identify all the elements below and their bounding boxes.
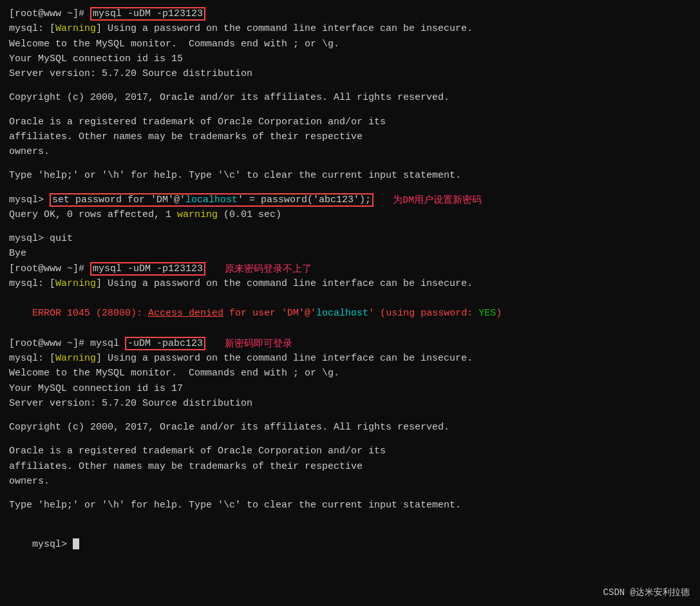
set-password-command: set password for 'DM'@'localhost' = pass… (50, 193, 374, 207)
text-4: Your MySQL connection id is 15 (9, 53, 183, 64)
line-second-login: [root@www ~]# mysql -uDM -p123123 原来密码登录… (9, 261, 691, 276)
text-copyright-2: Copyright (c) 2000, 2017, Oracle and/or … (9, 422, 449, 433)
spacer-4 (9, 184, 691, 193)
line-9: owners. (9, 144, 691, 159)
text-server-2: Server version: 5.7.20 Source distributi… (9, 398, 252, 409)
line-6: Copyright (c) 2000, 2017, Oracle and/or … (9, 90, 691, 105)
annotation-text-1: 为DM用户设置新密码 (393, 195, 482, 206)
line-set-password-text: mysql> set password for 'DM'@'localhost'… (9, 193, 374, 207)
text-oracle-2: Oracle is a registered trademark of Orac… (9, 446, 386, 457)
line-warning-2: mysql: [Warning] Using a password on the… (9, 276, 691, 291)
prompt-2: [root@www ~]# (9, 263, 90, 274)
line-10: Type 'help;' or '\h' for help. Type '\c'… (9, 168, 691, 183)
spacer-3 (9, 159, 691, 168)
text-warning-2: mysql: [Warning] Using a password on the… (9, 278, 473, 289)
access-denied: Access denied (148, 308, 223, 319)
final-prompt-text: mysql> (32, 539, 73, 550)
prompt-3: [root@www ~]# mysql (9, 338, 125, 349)
text-7: Oracle is a registered trademark of Orac… (9, 117, 386, 128)
line-final-prompt: mysql> (9, 522, 691, 567)
text-6: Copyright (c) 2000, 2017, Oracle and/or … (9, 92, 449, 103)
spacer-9 (9, 513, 691, 522)
error-end: ' (using password: (368, 308, 478, 319)
spacer-2 (9, 106, 691, 115)
text-2: mysql: [Warning] Using a password on the… (9, 23, 473, 34)
text-3: Welcome to the MySQL monitor. Commands e… (9, 39, 339, 50)
line-query-ok: Query OK, 0 rows affected, 1 warning (0.… (9, 207, 691, 222)
line-error: ERROR 1045 (28000): Access denied for us… (9, 291, 691, 336)
line-set-password: mysql> set password for 'DM'@'localhost'… (9, 193, 691, 207)
line-oracle-2: Oracle is a registered trademark of Orac… (9, 444, 691, 459)
spacer-7 (9, 435, 691, 444)
command-highlight-3: -uDM -pabc123 (125, 337, 205, 350)
line-3: Welcome to the MySQL monitor. Commands e… (9, 37, 691, 52)
terminal-window: [root@www ~]# mysql -uDM -p123123 mysql:… (0, 0, 700, 606)
command-highlight-1: mysql -uDM -p123123 (90, 7, 205, 21)
line-owners-2: owners. (9, 474, 691, 489)
text-10: Type 'help;' or '\h' for help. Type '\c'… (9, 170, 461, 181)
localhost-text: localhost (316, 308, 368, 319)
footer-text: CSDN @达米安利拉德 (603, 587, 690, 598)
spacer-6 (9, 411, 691, 420)
line-7: Oracle is a registered trademark of Orac… (9, 115, 691, 129)
error-mid: for user 'DM'@' (223, 308, 316, 319)
line-server-2: Server version: 5.7.20 Source distributi… (9, 396, 691, 411)
text-9: owners. (9, 146, 50, 157)
annotation-new-login: 新密码即可登录 (225, 337, 292, 350)
text-warning-3: mysql: [Warning] Using a password on the… (9, 353, 473, 364)
annotation-second-login: 原来密码登录不上了 (225, 263, 312, 275)
footer: CSDN @达米安利拉德 (603, 587, 690, 598)
line-2: mysql: [Warning] Using a password on the… (9, 21, 691, 36)
error-close: ) (496, 308, 502, 319)
prompt-1: [root@www ~]# (9, 8, 90, 19)
spacer-5 (9, 222, 691, 231)
line-warning-3: mysql: [Warning] Using a password on the… (9, 351, 691, 366)
line-1: [root@www ~]# mysql -uDM -p123123 (9, 6, 691, 21)
line-affiliates-2: affiliates. Other names may be trademark… (9, 459, 691, 474)
text-affiliates-2: affiliates. Other names may be trademark… (9, 461, 363, 472)
annotation-text-3: 新密码即可登录 (225, 339, 292, 350)
line-new-login-text: [root@www ~]# mysql -uDM -pabc123 (9, 336, 205, 351)
spacer-1 (9, 81, 691, 90)
line-copyright-2: Copyright (c) 2000, 2017, Oracle and/or … (9, 420, 691, 435)
text-quit: mysql> quit (9, 233, 73, 244)
error-prefix: ERROR 1045 (28000): (32, 308, 148, 319)
text-5: Server version: 5.7.20 Source distributi… (9, 68, 252, 79)
text-8: affiliates. Other names may be trademark… (9, 131, 363, 142)
line-bye: Bye (9, 246, 691, 261)
line-4: Your MySQL connection id is 15 (9, 52, 691, 66)
line-type-2: Type 'help;' or '\h' for help. Type '\c'… (9, 498, 691, 513)
text-welcome-2: Welcome to the MySQL monitor. Commands e… (9, 368, 339, 379)
line-8: affiliates. Other names may be trademark… (9, 129, 691, 144)
cursor (73, 538, 79, 549)
annotation-text-2: 原来密码登录不上了 (225, 264, 312, 275)
yes-text: YES (478, 308, 496, 319)
text-owners-2: owners. (9, 476, 50, 487)
command-highlight-2: mysql -uDM -p123123 (90, 262, 205, 276)
mysql-prompt-1: mysql> (9, 194, 50, 205)
text-type-2: Type 'help;' or '\h' for help. Type '\c'… (9, 500, 461, 511)
text-connid-2: Your MySQL connection id is 17 (9, 383, 183, 394)
annotation-set-password: 为DM用户设置新密码 (393, 194, 482, 206)
spacer-8 (9, 489, 691, 498)
line-welcome-2: Welcome to the MySQL monitor. Commands e… (9, 366, 691, 381)
line-new-login: [root@www ~]# mysql -uDM -pabc123 新密码即可登… (9, 336, 691, 351)
line-quit: mysql> quit (9, 231, 691, 246)
line-5: Server version: 5.7.20 Source distributi… (9, 66, 691, 81)
line-connid-2: Your MySQL connection id is 17 (9, 381, 691, 396)
line-second-login-text: [root@www ~]# mysql -uDM -p123123 (9, 261, 205, 276)
text-bye: Bye (9, 248, 26, 259)
text-query-ok: Query OK, 0 rows affected, 1 warning (0.… (9, 209, 281, 220)
